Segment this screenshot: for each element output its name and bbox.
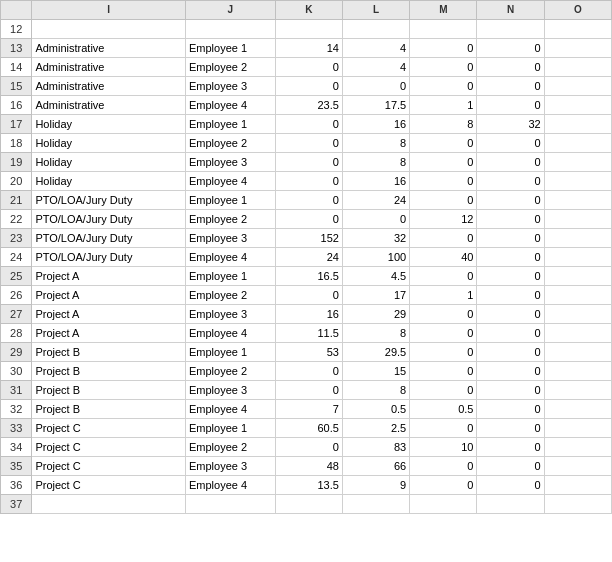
q3-cell[interactable]: 0	[410, 229, 477, 248]
total-cell[interactable]	[544, 153, 611, 172]
q4-cell[interactable]: 0	[477, 438, 544, 457]
q1-cell[interactable]: 23.5	[275, 96, 342, 115]
q4-cell[interactable]: 0	[477, 400, 544, 419]
q1-cell[interactable]: 0	[275, 191, 342, 210]
q3-cell[interactable]: 40	[410, 248, 477, 267]
total-cell[interactable]	[544, 134, 611, 153]
employee-cell[interactable]: Employee 2	[185, 362, 275, 381]
q2-cell[interactable]: 15	[342, 362, 409, 381]
q3-cell[interactable]: 1	[410, 96, 477, 115]
employee-cell[interactable]: Employee 4	[185, 400, 275, 419]
q3-cell[interactable]: 0	[410, 134, 477, 153]
q2-cell[interactable]: 0	[342, 77, 409, 96]
employee-cell[interactable]: Employee 1	[185, 419, 275, 438]
employee-cell[interactable]: Employee 1	[185, 267, 275, 286]
q4-cell[interactable]: 0	[477, 96, 544, 115]
category-cell[interactable]: Project A	[32, 305, 186, 324]
q4-cell[interactable]: 32	[477, 115, 544, 134]
total-cell[interactable]	[544, 476, 611, 495]
q2-cell[interactable]: 16	[342, 172, 409, 191]
q3-cell[interactable]: 0	[410, 77, 477, 96]
q3-cell[interactable]: 0	[410, 362, 477, 381]
employee-cell[interactable]: Employee 4	[185, 96, 275, 115]
category-cell[interactable]: Holiday	[32, 172, 186, 191]
q4-cell[interactable]: 0	[477, 248, 544, 267]
q1-cell[interactable]: 0	[275, 381, 342, 400]
total-cell[interactable]	[544, 343, 611, 362]
q4-cell[interactable]: 0	[477, 172, 544, 191]
category-cell[interactable]: Project B	[32, 343, 186, 362]
q1-cell[interactable]: 0	[275, 153, 342, 172]
total-cell[interactable]	[544, 419, 611, 438]
category-cell[interactable]: Administrative	[32, 77, 186, 96]
total-cell[interactable]	[544, 39, 611, 58]
employee-cell[interactable]: Employee 4	[185, 476, 275, 495]
category-cell[interactable]: Project B	[32, 362, 186, 381]
category-cell[interactable]: Holiday	[32, 115, 186, 134]
category-cell[interactable]: Project A	[32, 324, 186, 343]
q3-cell[interactable]: 0	[410, 305, 477, 324]
total-cell[interactable]	[544, 210, 611, 229]
q3-cell[interactable]: 0	[410, 267, 477, 286]
q1-cell[interactable]: 0	[275, 77, 342, 96]
employee-cell[interactable]: Employee 2	[185, 210, 275, 229]
category-cell[interactable]: Administrative	[32, 96, 186, 115]
total-cell[interactable]	[544, 457, 611, 476]
employee-cell[interactable]: Employee 2	[185, 438, 275, 457]
q1-cell[interactable]: 0	[275, 438, 342, 457]
employee-cell[interactable]: Employee 2	[185, 58, 275, 77]
q1-cell[interactable]: 0	[275, 210, 342, 229]
q2-cell[interactable]: 4	[342, 39, 409, 58]
q1-cell[interactable]	[275, 495, 342, 514]
q2-cell[interactable]: 100	[342, 248, 409, 267]
q3-cell[interactable]: 0	[410, 191, 477, 210]
total-cell[interactable]	[544, 267, 611, 286]
q4-cell[interactable]: 0	[477, 286, 544, 305]
q4-cell[interactable]: 0	[477, 419, 544, 438]
total-cell[interactable]	[544, 77, 611, 96]
q2-cell[interactable]: 8	[342, 381, 409, 400]
category-cell[interactable]	[32, 495, 186, 514]
q2-cell[interactable]: 4.5	[342, 267, 409, 286]
q2-cell[interactable]: 9	[342, 476, 409, 495]
category-cell[interactable]: PTO/LOA/Jury Duty	[32, 248, 186, 267]
total-cell[interactable]	[544, 400, 611, 419]
q4-cell[interactable]: 0	[477, 39, 544, 58]
q3-cell[interactable]	[410, 495, 477, 514]
employee-cell[interactable]: Employee 4	[185, 324, 275, 343]
q4-cell[interactable]: 0	[477, 305, 544, 324]
total-cell[interactable]	[544, 172, 611, 191]
q3-cell[interactable]: 0	[410, 419, 477, 438]
q3-cell[interactable]: 0	[410, 39, 477, 58]
total-cell[interactable]	[544, 191, 611, 210]
q2-cell[interactable]: 17.5	[342, 96, 409, 115]
q3-cell[interactable]: 0	[410, 172, 477, 191]
category-cell[interactable]: Administrative	[32, 39, 186, 58]
q2-cell[interactable]: 2.5	[342, 419, 409, 438]
q3-cell[interactable]: 0	[410, 381, 477, 400]
q2-cell[interactable]: 4	[342, 58, 409, 77]
q2-cell[interactable]: 8	[342, 134, 409, 153]
category-cell[interactable]: PTO/LOA/Jury Duty	[32, 210, 186, 229]
q4-cell[interactable]: 0	[477, 267, 544, 286]
q3-cell[interactable]: 0	[410, 343, 477, 362]
total-cell[interactable]	[544, 96, 611, 115]
q2-cell[interactable]: 17	[342, 286, 409, 305]
q1-cell[interactable]: 0	[275, 58, 342, 77]
q4-cell[interactable]: 0	[477, 457, 544, 476]
q4-cell[interactable]: 0	[477, 324, 544, 343]
q3-cell[interactable]: 0	[410, 457, 477, 476]
q1-cell[interactable]: 60.5	[275, 419, 342, 438]
employee-cell[interactable]: Employee 3	[185, 457, 275, 476]
employee-cell[interactable]: Employee 3	[185, 77, 275, 96]
employee-cell[interactable]: Employee 2	[185, 286, 275, 305]
q1-cell[interactable]: 0	[275, 172, 342, 191]
employee-cell[interactable]: Employee 1	[185, 115, 275, 134]
q3-cell[interactable]: 0	[410, 476, 477, 495]
q3-cell[interactable]: 0	[410, 153, 477, 172]
q3-cell[interactable]: 0	[410, 58, 477, 77]
employee-cell[interactable]: Employee 3	[185, 229, 275, 248]
total-cell[interactable]	[544, 115, 611, 134]
total-cell[interactable]	[544, 286, 611, 305]
q2-cell[interactable]	[342, 495, 409, 514]
